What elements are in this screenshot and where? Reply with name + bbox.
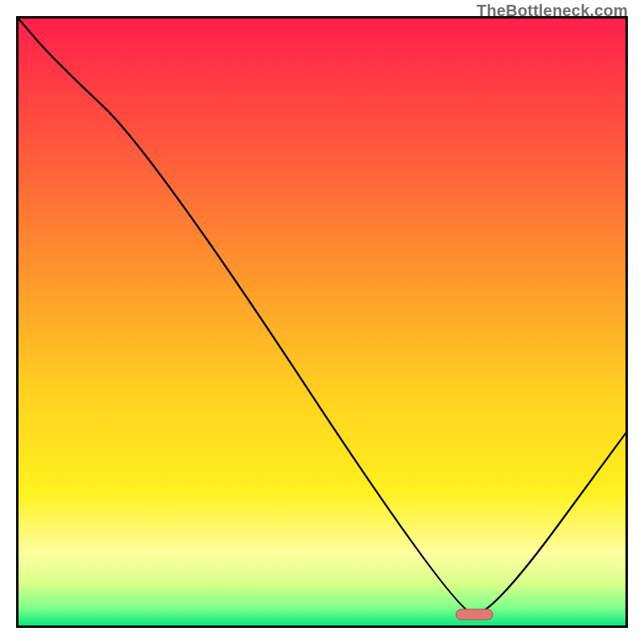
optimal-marker [456,609,493,620]
bottleneck-chart [16,16,628,628]
chart-background [18,18,627,627]
